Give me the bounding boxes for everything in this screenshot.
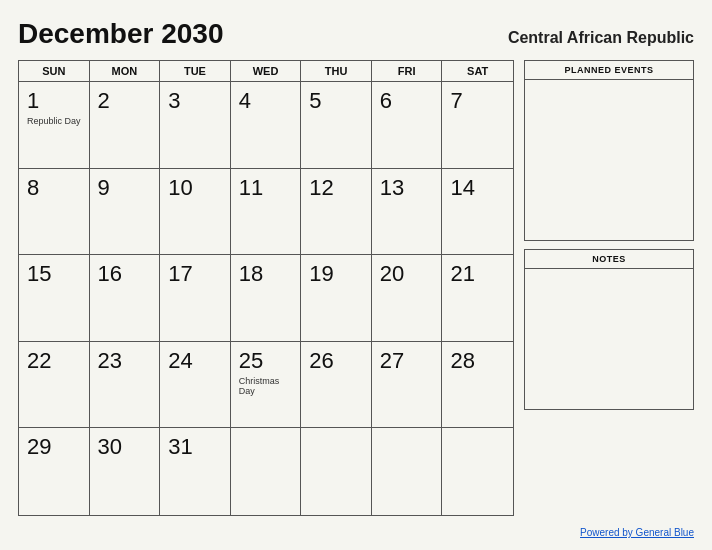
calendar-cell: 17 xyxy=(160,255,231,342)
day-header-sun: SUN xyxy=(19,61,90,81)
cell-number: 2 xyxy=(98,88,152,114)
calendar-cell: 19 xyxy=(301,255,372,342)
cell-number: 23 xyxy=(98,348,152,374)
cell-number: 6 xyxy=(380,88,434,114)
cell-number: 12 xyxy=(309,175,363,201)
calendar-cell: 25Christmas Day xyxy=(231,342,302,429)
day-header-wed: WED xyxy=(231,61,302,81)
day-header-sat: SAT xyxy=(442,61,513,81)
calendar-cell: 24 xyxy=(160,342,231,429)
day-header-tue: TUE xyxy=(160,61,231,81)
cell-number: 19 xyxy=(309,261,363,287)
cell-number: 9 xyxy=(98,175,152,201)
cell-number: 1 xyxy=(27,88,81,114)
cell-number: 14 xyxy=(450,175,505,201)
cell-number: 22 xyxy=(27,348,81,374)
calendar-cell xyxy=(442,428,513,515)
country-name: Central African Republic xyxy=(508,29,694,47)
cell-number: 31 xyxy=(168,434,222,460)
planned-events-content xyxy=(525,80,693,240)
notes-title: NOTES xyxy=(525,250,693,269)
day-header-thu: THU xyxy=(301,61,372,81)
calendar-cell: 15 xyxy=(19,255,90,342)
cell-event: Christmas Day xyxy=(239,376,293,396)
cell-event: Republic Day xyxy=(27,116,81,126)
cell-number: 16 xyxy=(98,261,152,287)
calendar: SUNMONTUEWEDTHUFRISAT 1Republic Day23456… xyxy=(18,60,514,516)
calendar-cell: 13 xyxy=(372,169,443,256)
calendar-cell: 8 xyxy=(19,169,90,256)
calendar-cell: 2 xyxy=(90,82,161,169)
calendar-cell: 10 xyxy=(160,169,231,256)
calendar-cell: 7 xyxy=(442,82,513,169)
calendar-cell: 22 xyxy=(19,342,90,429)
calendar-cell: 5 xyxy=(301,82,372,169)
cell-number: 8 xyxy=(27,175,81,201)
cell-number: 11 xyxy=(239,175,293,201)
calendar-cell: 26 xyxy=(301,342,372,429)
cell-number: 30 xyxy=(98,434,152,460)
day-header-mon: MON xyxy=(90,61,161,81)
cell-number: 7 xyxy=(450,88,505,114)
sidebar: PLANNED EVENTS NOTES xyxy=(524,60,694,516)
calendar-cell xyxy=(301,428,372,515)
cell-number: 24 xyxy=(168,348,222,374)
planned-events-box: PLANNED EVENTS xyxy=(524,60,694,241)
cell-number: 4 xyxy=(239,88,293,114)
cell-number: 21 xyxy=(450,261,505,287)
cell-number: 3 xyxy=(168,88,222,114)
cell-number: 18 xyxy=(239,261,293,287)
day-headers: SUNMONTUEWEDTHUFRISAT xyxy=(19,61,513,82)
month-title: December 2030 xyxy=(18,18,223,50)
calendar-cell: 23 xyxy=(90,342,161,429)
calendar-cell: 31 xyxy=(160,428,231,515)
powered-by-link[interactable]: Powered by General Blue xyxy=(580,527,694,538)
cell-number: 13 xyxy=(380,175,434,201)
calendar-cell: 1Republic Day xyxy=(19,82,90,169)
calendar-cell: 6 xyxy=(372,82,443,169)
notes-content xyxy=(525,269,693,409)
calendar-cell: 16 xyxy=(90,255,161,342)
cell-number: 5 xyxy=(309,88,363,114)
cell-number: 29 xyxy=(27,434,81,460)
cell-number: 25 xyxy=(239,348,293,374)
cell-number: 17 xyxy=(168,261,222,287)
planned-events-title: PLANNED EVENTS xyxy=(525,61,693,80)
calendar-cell: 4 xyxy=(231,82,302,169)
cell-number: 20 xyxy=(380,261,434,287)
cell-number: 15 xyxy=(27,261,81,287)
calendar-cell: 14 xyxy=(442,169,513,256)
cell-number: 26 xyxy=(309,348,363,374)
footer: Powered by General Blue xyxy=(18,522,694,540)
calendar-grid: 1Republic Day234567891011121314151617181… xyxy=(19,82,513,515)
calendar-cell: 28 xyxy=(442,342,513,429)
day-header-fri: FRI xyxy=(372,61,443,81)
cell-number: 10 xyxy=(168,175,222,201)
cell-number: 28 xyxy=(450,348,505,374)
calendar-cell: 27 xyxy=(372,342,443,429)
calendar-cell: 18 xyxy=(231,255,302,342)
calendar-cell: 30 xyxy=(90,428,161,515)
calendar-cell xyxy=(231,428,302,515)
calendar-cell xyxy=(372,428,443,515)
cell-number: 27 xyxy=(380,348,434,374)
calendar-cell: 20 xyxy=(372,255,443,342)
calendar-cell: 21 xyxy=(442,255,513,342)
calendar-cell: 11 xyxy=(231,169,302,256)
notes-box: NOTES xyxy=(524,249,694,410)
calendar-cell: 29 xyxy=(19,428,90,515)
calendar-cell: 9 xyxy=(90,169,161,256)
calendar-cell: 12 xyxy=(301,169,372,256)
calendar-cell: 3 xyxy=(160,82,231,169)
